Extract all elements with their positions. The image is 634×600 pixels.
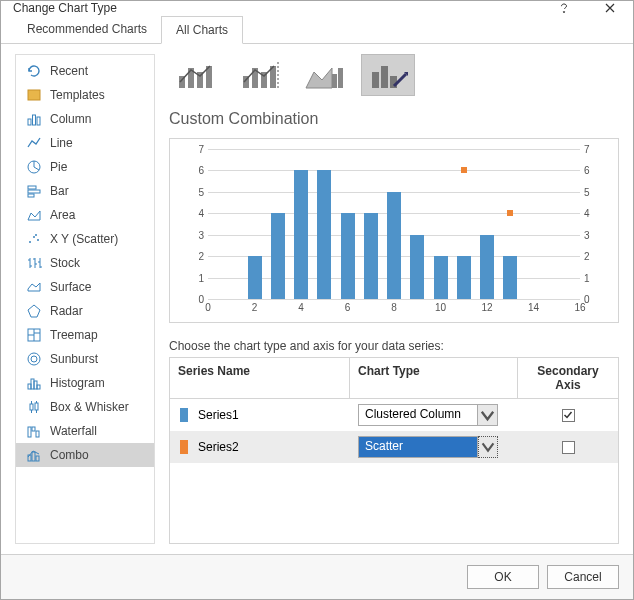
svg-rect-39 bbox=[381, 66, 388, 88]
series-instruction: Choose the chart type and axis for your … bbox=[169, 339, 619, 353]
chevron-down-icon bbox=[478, 404, 498, 426]
sidebar-item-templates[interactable]: Templates bbox=[16, 83, 154, 107]
sidebar-item-label: Surface bbox=[50, 280, 91, 294]
svg-rect-38 bbox=[372, 72, 379, 88]
svg-rect-36 bbox=[332, 74, 337, 88]
ok-button[interactable]: OK bbox=[467, 565, 539, 589]
sidebar-item-label: Column bbox=[50, 112, 91, 126]
change-chart-type-dialog: Change Chart Type Recommended Charts All… bbox=[0, 0, 634, 600]
sidebar-item-label: Histogram bbox=[50, 376, 105, 390]
svg-rect-23 bbox=[36, 431, 39, 437]
combo-value: Scatter bbox=[358, 436, 478, 458]
sidebar-item-scatter[interactable]: X Y (Scatter) bbox=[16, 227, 154, 251]
svg-rect-2 bbox=[33, 115, 36, 125]
sidebar-item-line[interactable]: Line bbox=[16, 131, 154, 155]
combo-subtype-2[interactable] bbox=[233, 54, 287, 96]
sidebar-item-label: Stock bbox=[50, 256, 80, 270]
svg-rect-1 bbox=[28, 119, 31, 125]
sidebar-item-surface[interactable]: Surface bbox=[16, 275, 154, 299]
svg-rect-26 bbox=[36, 456, 39, 461]
series-table: Series Name Chart Type Secondary Axis Se… bbox=[169, 357, 619, 544]
sidebar-item-sunburst[interactable]: Sunburst bbox=[16, 347, 154, 371]
chart-preview: 00112233445566770246810121416 bbox=[169, 138, 619, 323]
boxwhisker-icon bbox=[26, 399, 42, 415]
close-button[interactable] bbox=[587, 1, 633, 15]
svg-point-11 bbox=[35, 234, 37, 236]
svg-rect-37 bbox=[338, 68, 343, 88]
svg-point-14 bbox=[31, 356, 37, 362]
svg-point-9 bbox=[33, 236, 35, 238]
svg-rect-21 bbox=[28, 427, 31, 437]
col-chart-type: Chart Type bbox=[350, 358, 518, 398]
section-title: Custom Combination bbox=[169, 110, 619, 128]
chart-category-list: Recent Templates Column Line Pie Bar Are… bbox=[15, 54, 155, 544]
combo-subtype-4[interactable] bbox=[361, 54, 415, 96]
sidebar-item-bar[interactable]: Bar bbox=[16, 179, 154, 203]
tab-all-charts[interactable]: All Charts bbox=[161, 16, 243, 44]
svg-rect-6 bbox=[28, 190, 40, 193]
svg-rect-22 bbox=[32, 427, 35, 431]
stock-icon bbox=[26, 255, 42, 271]
series-name: Series2 bbox=[198, 440, 239, 454]
sidebar-item-label: Sunburst bbox=[50, 352, 98, 366]
svg-rect-7 bbox=[28, 194, 34, 197]
sidebar-item-label: X Y (Scatter) bbox=[50, 232, 118, 246]
pie-icon bbox=[26, 159, 42, 175]
titlebar: Change Chart Type bbox=[1, 1, 633, 15]
column-icon bbox=[26, 111, 42, 127]
waterfall-icon bbox=[26, 423, 42, 439]
svg-rect-0 bbox=[28, 90, 40, 100]
radar-icon bbox=[26, 303, 42, 319]
svg-point-10 bbox=[37, 239, 39, 241]
tab-recommended[interactable]: Recommended Charts bbox=[13, 16, 161, 44]
sidebar-item-label: Pie bbox=[50, 160, 67, 174]
series2-secondary-checkbox[interactable] bbox=[562, 441, 575, 454]
sidebar-item-waterfall[interactable]: Waterfall bbox=[16, 419, 154, 443]
svg-rect-20 bbox=[35, 403, 38, 410]
combo-subtype-1[interactable] bbox=[169, 54, 223, 96]
series1-secondary-checkbox[interactable] bbox=[562, 409, 575, 422]
area-icon bbox=[26, 207, 42, 223]
sidebar-item-treemap[interactable]: Treemap bbox=[16, 323, 154, 347]
sidebar-item-label: Combo bbox=[50, 448, 89, 462]
cancel-button[interactable]: Cancel bbox=[547, 565, 619, 589]
sidebar-item-histogram[interactable]: Histogram bbox=[16, 371, 154, 395]
svg-rect-5 bbox=[28, 186, 36, 189]
series-swatch bbox=[180, 408, 188, 422]
sunburst-icon bbox=[26, 351, 42, 367]
sidebar-item-area[interactable]: Area bbox=[16, 203, 154, 227]
surface-icon bbox=[26, 279, 42, 295]
sidebar-item-recent[interactable]: Recent bbox=[16, 59, 154, 83]
help-button[interactable] bbox=[541, 1, 587, 15]
sidebar-item-combo[interactable]: Combo bbox=[16, 443, 154, 467]
combo-subtype-row bbox=[169, 54, 619, 96]
combo-subtype-3[interactable] bbox=[297, 54, 351, 96]
histogram-icon bbox=[26, 375, 42, 391]
series-swatch bbox=[180, 440, 188, 454]
treemap-icon bbox=[26, 327, 42, 343]
sidebar-item-label: Treemap bbox=[50, 328, 98, 342]
sidebar-item-boxwhisker[interactable]: Box & Whisker bbox=[16, 395, 154, 419]
series-row-2: Series2 Scatter bbox=[170, 431, 618, 463]
dialog-title: Change Chart Type bbox=[13, 1, 117, 15]
svg-rect-25 bbox=[32, 452, 35, 461]
col-series-name: Series Name bbox=[170, 358, 350, 398]
combo-icon bbox=[26, 447, 42, 463]
svg-point-13 bbox=[28, 353, 40, 365]
sidebar-item-column[interactable]: Column bbox=[16, 107, 154, 131]
sidebar-item-label: Box & Whisker bbox=[50, 400, 129, 414]
sidebar-item-label: Radar bbox=[50, 304, 83, 318]
svg-rect-18 bbox=[37, 385, 40, 389]
sidebar-item-stock[interactable]: Stock bbox=[16, 251, 154, 275]
series1-charttype-select[interactable]: Clustered Column bbox=[358, 404, 498, 426]
chevron-down-icon bbox=[478, 436, 498, 458]
series2-charttype-select[interactable]: Scatter bbox=[358, 436, 498, 458]
sidebar-item-label: Recent bbox=[50, 64, 88, 78]
sidebar-item-label: Line bbox=[50, 136, 73, 150]
sidebar-item-label: Area bbox=[50, 208, 75, 222]
svg-rect-3 bbox=[37, 117, 40, 125]
bar-icon bbox=[26, 183, 42, 199]
sidebar-item-pie[interactable]: Pie bbox=[16, 155, 154, 179]
col-secondary-axis: Secondary Axis bbox=[518, 358, 618, 398]
sidebar-item-radar[interactable]: Radar bbox=[16, 299, 154, 323]
